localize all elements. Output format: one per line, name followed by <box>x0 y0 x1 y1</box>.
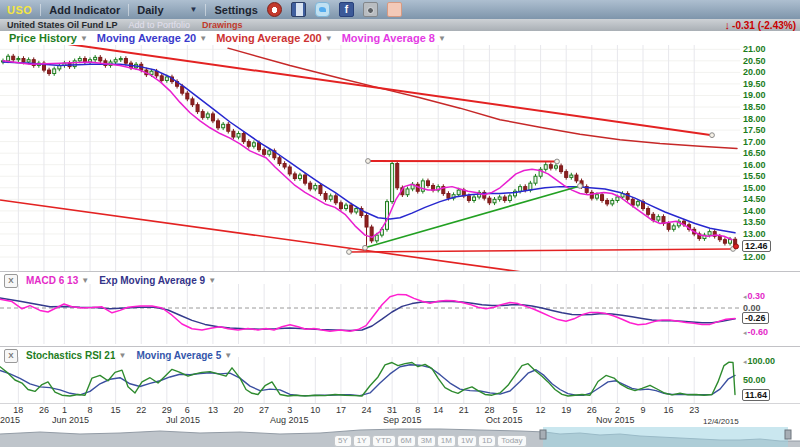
chevron-down-icon[interactable]: ▼ <box>199 34 207 43</box>
date-tick-label: 5 <box>512 405 517 415</box>
range-button-5y[interactable]: 5Y <box>334 435 352 447</box>
range-handle[interactable] <box>540 430 546 439</box>
date-tick-label: 10 <box>310 405 320 415</box>
date-tick-label: 22 <box>136 405 146 415</box>
price-axis-label: 21.00 <box>743 44 766 54</box>
drawing-handle <box>578 184 583 189</box>
last-price-box: 12.46 <box>742 240 771 252</box>
stochastics-chart <box>0 347 800 403</box>
macd-axis-label: ◂0.30 <box>743 291 765 301</box>
date-tick-label: 6 <box>185 405 190 415</box>
macd-current-box: -0.26 <box>742 312 769 324</box>
date-tick-label: 2 <box>615 405 620 415</box>
range-button-ytd[interactable]: YTD <box>372 435 396 447</box>
price-history-dropdown[interactable]: Price History <box>9 32 77 44</box>
range-button-today[interactable]: Today <box>497 435 526 447</box>
macd-signal-line <box>0 298 735 330</box>
price-axis-label: 20.50 <box>743 56 766 66</box>
date-tick-label: 15 <box>111 405 121 415</box>
chevron-down-icon[interactable]: ▼ <box>438 34 446 43</box>
date-tick-label: 23 <box>689 405 699 415</box>
top-toolbar: USO Add Indicator Daily ▼ Settings f <box>0 0 800 20</box>
range-button-1m[interactable]: 1M <box>437 435 456 447</box>
month-label: 2015 <box>0 415 20 425</box>
date-tick-label: 28 <box>484 405 494 415</box>
selected-range[interactable] <box>543 427 788 447</box>
price-change-badge: ↓ -0.31 (-2.43%) <box>725 19 796 31</box>
range-handle[interactable] <box>785 430 791 439</box>
date-tick-label: 26 <box>39 405 49 415</box>
settings-button[interactable]: Settings <box>214 4 257 16</box>
date-tick-label: 9 <box>640 405 645 415</box>
charting-app: USO Add Indicator Daily ▼ Settings f Uni… <box>0 0 800 447</box>
add-to-portfolio-link[interactable]: Add to Portfolio <box>129 20 191 30</box>
price-axis-label: 13.00 <box>743 229 766 239</box>
date-tick-label: 24 <box>362 405 372 415</box>
stoch-current-box: 11.64 <box>742 389 770 401</box>
date-tick-label: 17 <box>336 405 346 415</box>
symbol-info-bar: United States Oil Fund LP Add to Portfol… <box>0 19 800 31</box>
price-axis-label: 15.00 <box>743 183 766 193</box>
price-axis-label: 20.00 <box>743 67 766 77</box>
moving-average-200-dropdown[interactable]: Moving Average 200 <box>216 32 322 44</box>
panel-divider <box>0 403 800 404</box>
drawing-handle <box>555 159 560 164</box>
price-axis-label: 14.50 <box>743 194 766 204</box>
macd-line <box>0 294 735 331</box>
price-axis-label: 16.00 <box>743 160 766 170</box>
range-button-6m[interactable]: 6M <box>397 435 416 447</box>
indicator-legend-bar: Price History▼ Moving Average 20▼ Moving… <box>0 31 800 45</box>
month-label: Jun 2015 <box>52 415 89 425</box>
month-label: Oct 2015 <box>486 415 523 425</box>
date-tick-label: 8 <box>88 405 93 415</box>
stoch-ma5-line <box>0 365 735 396</box>
price-axis-label: 14.00 <box>743 206 766 216</box>
price-axis-label: 18.00 <box>743 114 766 124</box>
alarm-icon[interactable] <box>267 2 282 17</box>
price-axis-label: 16.50 <box>743 148 766 158</box>
divider <box>128 4 129 16</box>
macd-axis-label: ◂-0.60 <box>743 327 768 337</box>
range-button-1y[interactable]: 1Y <box>353 435 371 447</box>
price-axis-label: 18.50 <box>743 102 766 112</box>
range-button-3m[interactable]: 3M <box>417 435 436 447</box>
date-tick-label: 3 <box>287 405 292 415</box>
date-tick-label: 21 <box>459 405 469 415</box>
price-chart <box>0 45 800 272</box>
change-text: -0.31 (-2.43%) <box>732 20 796 31</box>
chevron-down-icon[interactable]: ▼ <box>80 34 88 43</box>
moving-average-20-dropdown[interactable]: Moving Average 20 <box>97 32 196 44</box>
price-axis-label: 17.00 <box>743 137 766 147</box>
month-label: Jul 2015 <box>166 415 200 425</box>
drawings-link[interactable]: Drawings <box>202 20 243 30</box>
down-arrow-icon: ↓ <box>725 19 731 31</box>
price-axis-label: 15.50 <box>743 171 766 181</box>
date-tick-label: 8 <box>415 405 420 415</box>
twitter-icon[interactable] <box>315 2 330 17</box>
month-label: Nov 2015 <box>596 415 635 425</box>
chevron-down-icon[interactable]: ▼ <box>325 34 333 43</box>
book-icon[interactable] <box>291 2 306 17</box>
price-axis-label: 17.50 <box>743 125 766 135</box>
date-tick-label: 13 <box>208 405 218 415</box>
date-tick-label: 12 <box>536 405 546 415</box>
drawing-handle <box>347 250 352 255</box>
range-button-1w[interactable]: 1W <box>457 435 477 447</box>
camera-icon[interactable] <box>363 2 378 17</box>
stoch-axis-label: 50.00 <box>743 375 766 385</box>
price-axis-label: 19.50 <box>743 79 766 89</box>
macd-chart <box>0 272 800 347</box>
month-label: Aug 2015 <box>270 415 309 425</box>
date-tick-label: 19 <box>561 405 571 415</box>
facebook-icon[interactable]: f <box>339 2 354 17</box>
chevron-down-icon[interactable]: ▼ <box>190 5 198 14</box>
note-icon[interactable] <box>387 2 402 17</box>
last-price-marker <box>734 244 739 249</box>
timeframe-dropdown[interactable]: Daily <box>137 4 163 16</box>
add-indicator-button[interactable]: Add Indicator <box>49 4 120 16</box>
moving-average-8-dropdown[interactable]: Moving Average 8 <box>342 32 435 44</box>
drawing-handle <box>363 245 368 250</box>
date-tick-label: 29 <box>162 405 172 415</box>
symbol-label[interactable]: USO <box>7 4 32 16</box>
range-button-1d[interactable]: 1D <box>478 435 496 447</box>
